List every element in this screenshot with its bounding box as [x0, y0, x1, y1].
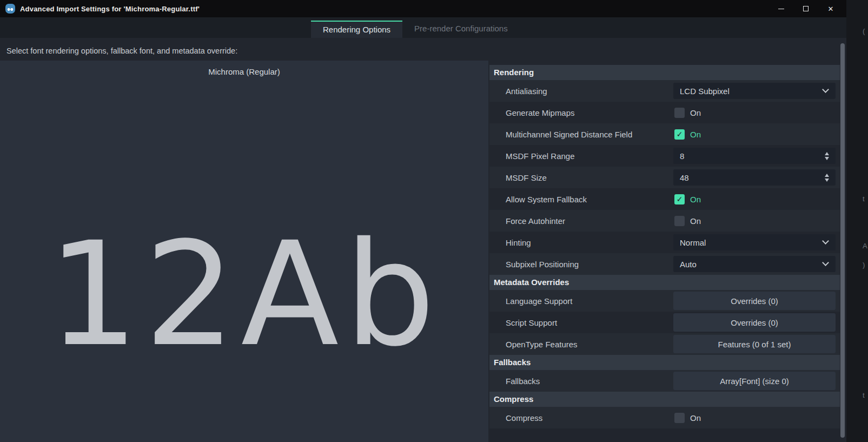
scrollbar-handle[interactable] [840, 43, 845, 438]
dropdown-value: LCD Subpixel [673, 87, 823, 96]
scrollbar[interactable] [840, 39, 845, 442]
arrow-up-icon [825, 174, 829, 177]
checkbox-label: On [690, 195, 701, 204]
window-controls: ✕ [768, 0, 843, 17]
updown-arrows-icon[interactable] [825, 152, 829, 160]
clipped-text-fragment: A [863, 242, 867, 250]
dropdown-value: Normal [673, 238, 823, 247]
property-label: Hinting [489, 238, 671, 247]
property-label: Fallbacks [489, 377, 671, 386]
checkbox-label: On [690, 216, 701, 226]
tab-rendering-options[interactable]: Rendering Options [311, 21, 402, 38]
antialiasing-row: Antialiasing LCD Subpixel [489, 80, 840, 102]
fallbacks-row: Fallbacks Array[Font] (size 0) [489, 370, 840, 392]
force-autohinter-checkbox[interactable] [674, 216, 685, 226]
maximize-button[interactable] [793, 0, 818, 17]
tab-bar: Rendering Options Pre-render Configurati… [0, 17, 846, 38]
property-label: MSDF Pixel Range [489, 151, 671, 161]
godot-logo-icon [5, 4, 15, 14]
msdf-row: Multichannel Signed Distance Field ✓ On [489, 123, 840, 145]
property-label: Allow System Fallback [489, 195, 671, 204]
msdf-pixel-range-spinner[interactable]: 8 [673, 148, 836, 164]
antialiasing-dropdown[interactable]: LCD Subpixel [673, 83, 836, 99]
property-label: Compress [489, 413, 671, 423]
chevron-down-icon [822, 86, 829, 93]
font-name-label: Michroma (Regular) [0, 67, 488, 76]
language-support-overrides-button[interactable]: Overrides (0) [673, 292, 836, 310]
script-support-overrides-button[interactable]: Overrides (0) [673, 313, 836, 332]
subpixel-positioning-dropdown[interactable]: Auto [673, 256, 836, 272]
property-label: OpenType Features [489, 340, 671, 349]
compress-row: Compress On [489, 407, 840, 428]
msdf-checkbox[interactable]: ✓ [674, 129, 685, 140]
spinner-value: 48 [673, 173, 825, 182]
arrow-down-icon [825, 157, 829, 160]
clipped-text-fragment: t [863, 195, 865, 203]
property-label: Script Support [489, 318, 671, 327]
chevron-down-icon [822, 238, 829, 245]
compress-checkbox[interactable] [674, 413, 685, 423]
chevron-down-icon [822, 259, 829, 266]
maximize-icon [803, 6, 809, 11]
section-header-metadata-overrides: Metadata Overrides [489, 275, 840, 290]
close-button[interactable]: ✕ [818, 0, 843, 17]
help-text: Select font rendering options, fallback … [6, 47, 237, 55]
arrow-up-icon [825, 152, 829, 155]
font-sample-text: 12Ab [0, 223, 488, 366]
titlebar[interactable]: Advanced Import Settings for 'Michroma-R… [0, 0, 846, 17]
property-label: Antialiasing [489, 87, 671, 96]
background-window-edge: ( t A ) t [846, 0, 868, 442]
generate-mipmaps-checkbox[interactable] [674, 108, 685, 118]
hinting-dropdown[interactable]: Normal [673, 234, 836, 250]
msdf-size-spinner[interactable]: 48 [673, 169, 836, 186]
hinting-row: Hinting Normal [489, 232, 840, 253]
font-preview-panel: Michroma (Regular) 12Ab [0, 61, 488, 442]
allow-system-fallback-row: Allow System Fallback ✓ On [489, 188, 840, 210]
tab-prerender-configurations[interactable]: Pre-render Configurations [402, 21, 520, 38]
section-header-rendering: Rendering [489, 65, 840, 80]
clipped-text-fragment: t [863, 391, 865, 399]
msdf-pixel-range-row: MSDF Pixel Range 8 [489, 145, 840, 167]
opentype-features-row: OpenType Features Features (0 of 1 set) [489, 333, 840, 355]
arrow-down-icon [825, 179, 829, 182]
window-title: Advanced Import Settings for 'Michroma-R… [20, 5, 200, 13]
minimize-icon [778, 9, 784, 9]
check-icon: ✓ [677, 130, 683, 138]
property-label: Language Support [489, 296, 671, 306]
clipped-text-fragment: ( [863, 27, 865, 35]
close-icon: ✕ [828, 5, 834, 12]
property-label: Multichannel Signed Distance Field [489, 130, 671, 139]
msdf-size-row: MSDF Size 48 [489, 167, 840, 188]
subpixel-positioning-row: Subpixel Positioning Auto [489, 253, 840, 275]
section-header-fallbacks: Fallbacks [489, 355, 840, 370]
opentype-features-button[interactable]: Features (0 of 1 set) [673, 335, 836, 353]
clipped-text-fragment: ) [863, 261, 865, 269]
checkbox-label: On [690, 413, 701, 423]
property-label: Force Autohinter [489, 216, 671, 226]
check-icon: ✓ [677, 195, 683, 203]
updown-arrows-icon[interactable] [825, 174, 829, 182]
language-support-row: Language Support Overrides (0) [489, 290, 840, 312]
spinner-value: 8 [673, 151, 825, 161]
allow-system-fallback-checkbox[interactable]: ✓ [674, 194, 685, 204]
script-support-row: Script Support Overrides (0) [489, 312, 840, 333]
import-options-inspector: Rendering Antialiasing LCD Subpixel Gene… [489, 65, 840, 442]
minimize-button[interactable] [768, 0, 793, 17]
property-label: Generate Mipmaps [489, 108, 671, 117]
generate-mipmaps-row: Generate Mipmaps On [489, 102, 840, 123]
section-header-compress: Compress [489, 392, 840, 407]
checkbox-label: On [690, 130, 701, 139]
checkbox-label: On [690, 108, 701, 117]
fallbacks-array-button[interactable]: Array[Font] (size 0) [673, 372, 836, 390]
advanced-import-settings-window: Advanced Import Settings for 'Michroma-R… [0, 0, 868, 442]
property-label: MSDF Size [489, 173, 671, 182]
dropdown-value: Auto [673, 260, 823, 269]
force-autohinter-row: Force Autohinter On [489, 210, 840, 232]
property-label: Subpixel Positioning [489, 260, 671, 269]
